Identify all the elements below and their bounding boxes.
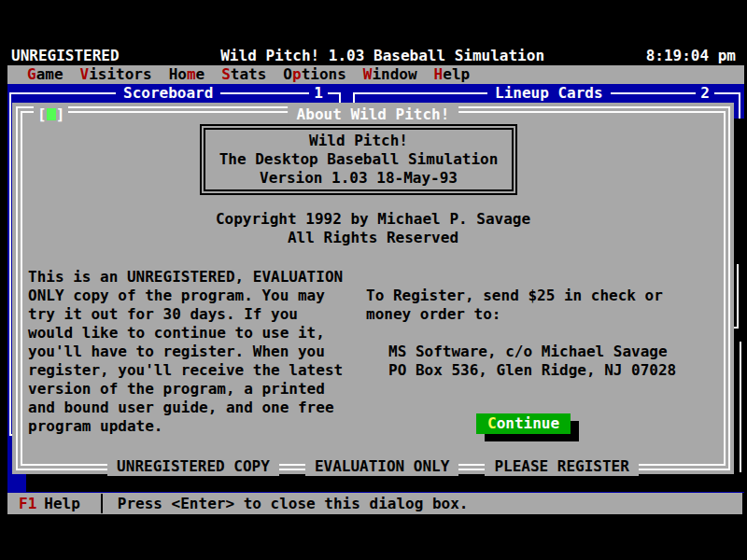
register-address: MS Software, c/o Michael Savage PO Box 5… (388, 343, 676, 380)
menu-item-visitors[interactable]: Visitors (72, 65, 161, 84)
footer-please-register: PLEASE REGISTER (485, 457, 639, 476)
menu-item-stats[interactable]: Stats (213, 65, 275, 84)
clock: 8:19:04 pm (646, 47, 736, 65)
dialog-title: About Wild Pitch! (288, 105, 459, 124)
menu-item-help[interactable]: Help (426, 65, 479, 84)
help-hint-label[interactable]: Help (44, 495, 80, 513)
program-tagline: The Desktop Baseball Simulation (205, 150, 512, 169)
copyright-text: Copyright 1992 by Michael P. Savage All … (22, 210, 724, 247)
program-name: Wild Pitch! (205, 132, 512, 150)
close-box-icon (47, 108, 56, 120)
title-bar: UNREGISTERED Wild Pitch! 1.03 Baseball S… (0, 47, 747, 65)
app-title: Wild Pitch! 1.03 Baseball Simulation (220, 47, 544, 65)
desktop: Scoreboard 1 Lineup Cards 2 [] About Wil… (7, 84, 744, 493)
window-scoreboard-title: Scoreboard (116, 84, 220, 103)
menu-item-options[interactable]: Options (275, 65, 354, 84)
registration-status: UNREGISTERED (11, 47, 120, 65)
register-instructions: To Register, send $25 in check or money … (366, 287, 663, 324)
f1-key-hint[interactable]: F1 (19, 495, 36, 513)
about-dialog-frame: [] About Wild Pitch! Wild Pitch! The Des… (16, 106, 730, 470)
window-frame-sliver (740, 342, 741, 472)
window-lineup-cards-title: Lineup Cards (487, 84, 611, 103)
menu-item-window[interactable]: Window (355, 65, 426, 84)
program-version: Version 1.03 18-May-93 (205, 169, 512, 188)
about-dialog: [] About Wild Pitch! Wild Pitch! The Des… (12, 103, 734, 474)
dialog-close-button[interactable]: [] (34, 105, 68, 124)
status-divider (101, 494, 103, 513)
dos-screen: UNREGISTERED Wild Pitch! 1.03 Baseball S… (0, 0, 747, 560)
menu-item-game[interactable]: Game (19, 65, 72, 84)
window-lineup-cards-number: 2 (696, 84, 714, 103)
footer-unregistered-copy: UNREGISTERED COPY (107, 457, 279, 476)
dialog-footer: UNREGISTERED COPY EVALUATION ONLY PLEASE… (22, 457, 724, 476)
continue-button[interactable]: Continue (476, 413, 571, 434)
status-bar: F1 Help Press <Enter> to close this dial… (7, 493, 742, 514)
footer-evaluation-only: EVALUATION ONLY (305, 457, 459, 476)
window-frame-sliver (737, 264, 739, 329)
window-scoreboard-number: 1 (309, 84, 328, 103)
menu-bar: Game Visitors Home Stats Options Window … (7, 65, 744, 84)
menu-item-home[interactable]: Home (161, 65, 214, 84)
evaluation-notice-text: This is an UNREGISTERED, EVALUATION ONLY… (28, 268, 343, 436)
status-message: Press <Enter> to close this dialog box. (118, 495, 469, 513)
program-info-box: Wild Pitch! The Desktop Baseball Simulat… (200, 124, 517, 195)
